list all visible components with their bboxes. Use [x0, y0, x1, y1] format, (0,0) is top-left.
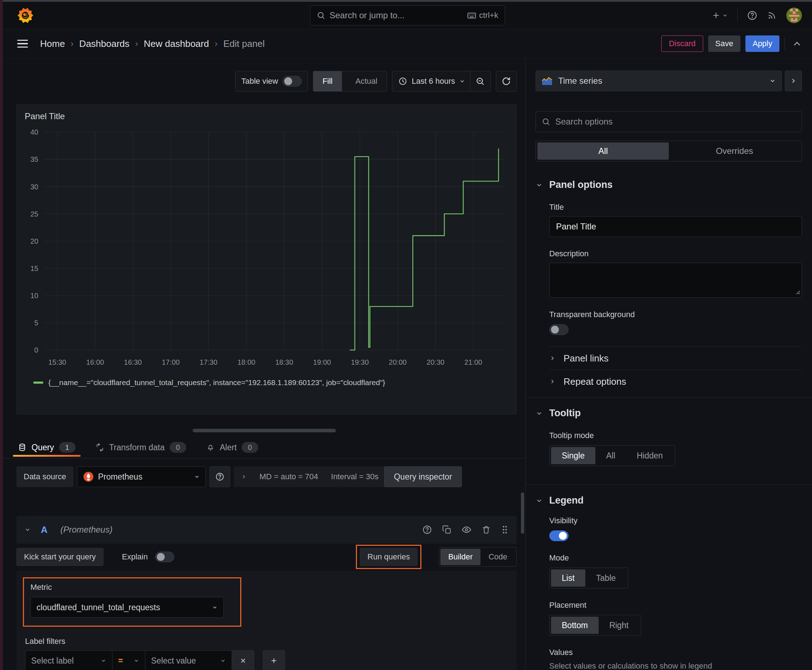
resize-handle[interactable]: [193, 429, 336, 432]
time-range-label[interactable]: Last 6 hours: [412, 76, 455, 86]
transparent-background-toggle[interactable]: [549, 324, 568, 335]
actions-divider: [785, 37, 785, 50]
tab-query-label: Query: [32, 443, 54, 452]
run-queries-button[interactable]: Run queries: [360, 548, 417, 566]
avatar[interactable]: [786, 7, 802, 23]
breadcrumb-new-dashboard[interactable]: New dashboard: [144, 38, 209, 49]
query-count-badge: 1: [59, 442, 76, 453]
mode-table-option[interactable]: Table: [585, 569, 627, 587]
content: Table view Fill Actual Last 6 hours: [3, 58, 812, 670]
chevron-right-icon[interactable]: [241, 474, 247, 480]
discard-button[interactable]: Discard: [661, 36, 703, 52]
svg-text:17:30: 17:30: [200, 358, 218, 366]
repeat-options-section[interactable]: Repeat options: [549, 370, 802, 393]
add-button[interactable]: [711, 11, 728, 20]
chevron-up-icon[interactable]: [792, 39, 802, 49]
select-label-placeholder: Select label: [31, 656, 74, 666]
grafana-logo[interactable]: [17, 7, 34, 24]
panel-preview: Panel Title 051015202530354015:3016:0016…: [17, 105, 517, 415]
query-ref-id[interactable]: A: [41, 524, 47, 535]
tooltip-header[interactable]: Tooltip: [536, 408, 802, 419]
fill-option[interactable]: Fill: [313, 71, 342, 91]
actual-option[interactable]: Actual: [346, 71, 387, 91]
datasource-value: Prometheus: [98, 472, 142, 482]
query-inspector-button[interactable]: Query inspector: [384, 466, 461, 487]
options-search-input[interactable]: Search options: [536, 111, 802, 132]
title-label: Title: [549, 203, 802, 212]
drag-grip-icon[interactable]: [501, 525, 509, 535]
collapse-chevron-icon[interactable]: [24, 526, 31, 533]
table-view-label: Table view: [241, 76, 278, 86]
tab-all[interactable]: All: [537, 142, 669, 160]
placement-bottom-option[interactable]: Bottom: [551, 617, 598, 634]
breadcrumb-dashboards[interactable]: Dashboards: [79, 38, 129, 49]
placement-right-option[interactable]: Right: [598, 617, 639, 634]
query-help-icon[interactable]: [422, 524, 432, 535]
tab-transform[interactable]: Transform data 0: [96, 437, 186, 458]
series-label[interactable]: {__name__="cloudflared_tunnel_total_requ…: [48, 378, 385, 387]
select-label-dropdown[interactable]: Select label: [25, 650, 112, 670]
panel-title-input[interactable]: Panel Title: [549, 216, 802, 237]
add-filter-button[interactable]: [263, 650, 285, 670]
resize-corner-icon[interactable]: [795, 289, 800, 296]
tooltip-all-option[interactable]: All: [595, 447, 626, 464]
explain-toggle[interactable]: [155, 552, 175, 562]
remove-filter-button[interactable]: [232, 650, 254, 670]
save-button[interactable]: Save: [708, 36, 741, 52]
description-textarea[interactable]: [549, 263, 802, 298]
query-ref-datasource: (Prometheus): [61, 524, 112, 535]
datasource-label: Data source: [17, 466, 73, 487]
visualization-select[interactable]: Time series: [536, 71, 782, 91]
transparent-background-label: Transparent background: [549, 310, 802, 319]
panel-links-section[interactable]: Panel links: [549, 347, 802, 370]
options-pane: Time series Search options All Overrides…: [526, 58, 812, 670]
mode-list-option[interactable]: List: [551, 569, 585, 587]
window-top-edge: [0, 0, 812, 2]
tab-query[interactable]: Query 1: [18, 437, 76, 458]
duplicate-query-icon[interactable]: [442, 525, 451, 535]
builder-option[interactable]: Builder: [441, 549, 480, 565]
svg-text:40: 40: [31, 128, 38, 136]
tab-alert[interactable]: Alert 0: [206, 437, 258, 458]
help-icon[interactable]: [747, 10, 758, 21]
legend-visibility-toggle[interactable]: [549, 530, 568, 541]
svg-text:20: 20: [31, 237, 38, 245]
tooltip-single-option[interactable]: Single: [551, 447, 595, 464]
datasource-select[interactable]: Prometheus: [77, 466, 206, 487]
svg-text:25: 25: [31, 210, 38, 218]
panel-options-header[interactable]: Panel options: [536, 179, 802, 190]
code-option[interactable]: Code: [480, 549, 515, 565]
hide-query-icon[interactable]: [461, 524, 471, 535]
table-view-toggle[interactable]: [283, 76, 302, 86]
scrollbar-thumb[interactable]: [521, 492, 524, 534]
metric-value: cloudflared_tunnel_total_requests: [37, 603, 160, 612]
menu-toggle[interactable]: [17, 40, 28, 48]
zoom-out-icon[interactable]: [475, 76, 485, 86]
metric-select[interactable]: cloudflared_tunnel_total_requests: [31, 597, 224, 618]
svg-text:19:00: 19:00: [313, 358, 331, 366]
breadcrumb-separator: ›: [215, 39, 218, 49]
plus-icon: [711, 11, 721, 20]
builder-code-group: Builder Code: [439, 547, 517, 567]
chart-legend[interactable]: {__name__="cloudflared_tunnel_total_requ…: [33, 378, 510, 387]
apply-button[interactable]: Apply: [746, 36, 780, 52]
news-icon[interactable]: [767, 10, 777, 20]
breadcrumb-home[interactable]: Home: [40, 38, 65, 49]
delete-query-icon[interactable]: [481, 525, 491, 535]
chevron-right-icon: [790, 77, 797, 85]
legend-header[interactable]: Legend: [536, 495, 802, 506]
datasource-row: Data source Prometheus MD = auto = 704 I…: [17, 466, 517, 487]
select-value-placeholder: Select value: [151, 656, 196, 666]
search-input[interactable]: Search or jump to... ctrl+k: [310, 5, 505, 25]
tooltip-hidden-option[interactable]: Hidden: [626, 447, 674, 464]
kick-start-button[interactable]: Kick start your query: [17, 548, 103, 566]
toggle-viz-picker-button[interactable]: [785, 71, 802, 91]
chevron-right-icon: [549, 355, 556, 362]
select-value-dropdown[interactable]: Select value: [145, 650, 232, 670]
tab-overrides[interactable]: Overrides: [669, 142, 800, 160]
query-stats: MD = auto = 704 Interval = 30s: [234, 466, 386, 487]
refresh-button[interactable]: [496, 71, 517, 91]
datasource-help-button[interactable]: [209, 466, 230, 487]
operator-dropdown[interactable]: =: [112, 650, 145, 670]
chevron-right-icon: [549, 378, 556, 385]
